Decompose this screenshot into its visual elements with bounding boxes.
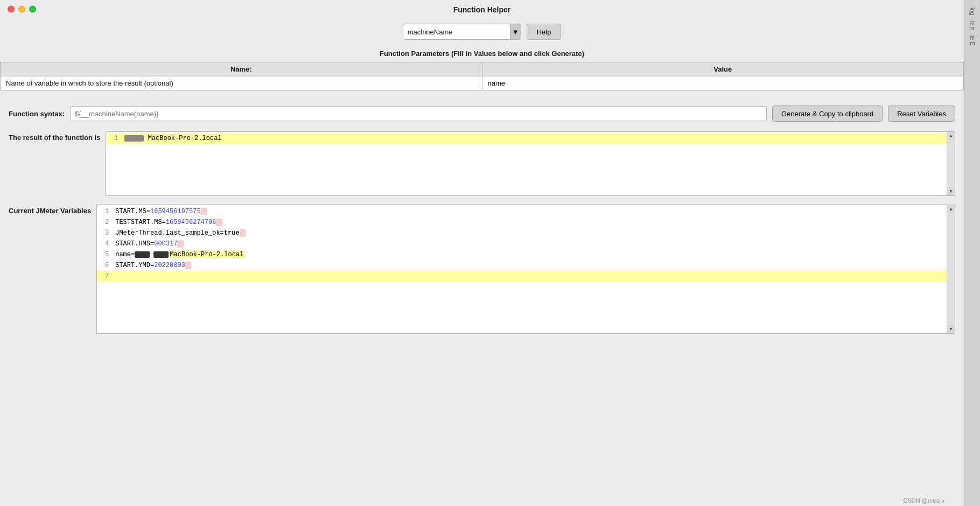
param-value-cell[interactable] <box>482 76 964 90</box>
variables-code-lines: 1 START.MS=1659456197575 2 TESTSTART.MS=… <box>97 205 955 334</box>
var-line-7: 7 <box>97 271 955 282</box>
params-table: Name: Value Name of variable in which to… <box>0 62 964 90</box>
blurred-name-value2 <box>153 251 169 258</box>
var-yellowbox-5: MacBook-Pro-2.local <box>169 251 244 258</box>
var-value-2: 1659456274706 <box>166 219 216 226</box>
variables-code-box: 1 START.MS=1659456197575 2 TESTSTART.MS=… <box>96 205 955 334</box>
right-panel-text-2: le h <box>969 21 976 31</box>
result-line-5 <box>106 176 955 187</box>
var-scroll-down-arrow[interactable]: ▼ <box>947 325 955 333</box>
var-line-9 <box>97 292 955 303</box>
variables-code-box-wrap: 1 START.MS=1659456197575 2 TESTSTART.MS=… <box>96 205 955 334</box>
result-code-lines: 1 MacBook-Pro-2.local <box>106 132 955 196</box>
result-scrollbar[interactable]: ▲ ▼ <box>947 132 955 195</box>
var-line-1: 1 START.MS=1659456197575 <box>97 206 955 217</box>
var-value-6: 20220803 <box>154 262 185 269</box>
var-line-8 <box>97 282 955 292</box>
result-section: The result of the function is 1 MacBook-… <box>0 126 964 199</box>
var-line-6: 6 START.YMD=20220803 <box>97 260 955 271</box>
var-redbox-1 <box>201 208 207 215</box>
var-redbox-6 <box>185 262 191 269</box>
right-panel-text-1: ing <box>969 8 976 16</box>
function-syntax-input[interactable] <box>70 106 767 121</box>
variables-label: Current JMeter Variables <box>9 205 91 215</box>
minimize-button[interactable] <box>18 6 25 13</box>
name-col-header: Name: <box>1 62 482 76</box>
section-title: Function Parameters (Fill in Values belo… <box>0 46 964 62</box>
watermark-text: CSDN @miss v <box>903 497 944 504</box>
result-line-3 <box>106 154 955 165</box>
var-scroll-up-arrow[interactable]: ▲ <box>947 205 955 213</box>
variables-section: Current JMeter Variables 1 START.MS=1659… <box>0 199 964 337</box>
param-value-input[interactable] <box>488 79 958 87</box>
function-dropdown-label: machineName <box>408 28 510 36</box>
help-button[interactable]: Help <box>527 24 562 40</box>
maximize-button[interactable] <box>29 6 36 13</box>
var-value-3: true <box>224 229 240 237</box>
function-dropdown[interactable]: machineName ▼ <box>403 24 521 40</box>
close-button[interactable] <box>8 6 15 13</box>
function-selector-row: machineName ▼ Help <box>0 18 964 46</box>
dropdown-arrow-icon[interactable]: ▼ <box>510 24 521 39</box>
result-line-content-1: MacBook-Pro-2.local <box>122 135 955 142</box>
main-panel: Function Helper machineName ▼ Help Funct… <box>0 0 964 506</box>
window-controls <box>8 6 36 13</box>
var-value-4: 000317 <box>154 240 177 248</box>
result-code-box: 1 MacBook-Pro-2.local <box>106 131 955 196</box>
var-line-4: 4 START.HMS=000317 <box>97 238 955 249</box>
blurred-name-value <box>135 251 150 258</box>
window-title: Function Helper <box>453 5 511 14</box>
result-label: The result of the function is <box>9 131 100 142</box>
var-value-1: 1659456197575 <box>150 208 201 215</box>
var-redbox-4 <box>177 240 183 248</box>
result-line-4 <box>106 165 955 176</box>
blurred-content-1 <box>124 135 144 142</box>
var-line-2: 2 TESTSTART.MS=1659456274706 <box>97 217 955 228</box>
function-syntax-label: Function syntax: <box>9 110 65 118</box>
result-line-number-1: 1 <box>106 135 122 142</box>
right-panel: ing le h le E <box>964 0 980 506</box>
watermark: CSDN @miss v <box>0 337 964 506</box>
scroll-up-arrow[interactable]: ▲ <box>947 132 955 140</box>
result-code-box-wrap: 1 MacBook-Pro-2.local <box>106 131 955 196</box>
var-redbox-3 <box>240 229 246 237</box>
right-panel-text-3: le E <box>969 36 976 46</box>
title-bar: Function Helper <box>0 0 964 18</box>
function-syntax-row: Function syntax: Generate & Copy to clip… <box>0 101 964 126</box>
result-line-1: 1 MacBook-Pro-2.local <box>106 133 955 144</box>
result-line-2 <box>106 144 955 154</box>
var-line-5: 5 name= MacBook-Pro-2.local <box>97 249 955 260</box>
value-col-header: Value <box>482 62 964 76</box>
var-redbox-2 <box>216 219 222 226</box>
param-name-cell: Name of variable in which to store the r… <box>1 76 482 90</box>
scroll-down-arrow[interactable]: ▼ <box>947 187 955 195</box>
variables-scrollbar[interactable]: ▲ ▼ <box>947 205 955 333</box>
var-line-3: 3 JMeterThread.last_sample_ok=true <box>97 228 955 238</box>
reset-variables-button[interactable]: Reset Variables <box>888 106 955 122</box>
table-row: Name of variable in which to store the r… <box>1 76 964 90</box>
generate-copy-button[interactable]: Generate & Copy to clipboard <box>772 106 883 122</box>
